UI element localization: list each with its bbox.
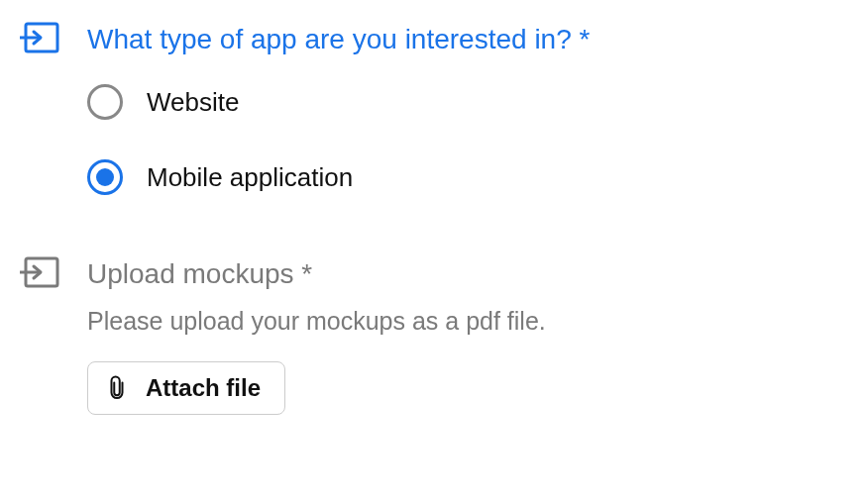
attach-file-label: Attach file	[146, 374, 261, 402]
question-title: What type of app are you interested in? …	[87, 20, 590, 58]
attach-file-button[interactable]: Attach file	[87, 361, 285, 415]
radio-option-website[interactable]: Website	[87, 84, 848, 120]
radio-label: Website	[147, 87, 239, 118]
indent-right-icon	[20, 22, 59, 53]
question-header: What type of app are you interested in? …	[20, 20, 848, 58]
radio-icon	[87, 84, 123, 120]
question-app-type: What type of app are you interested in? …	[20, 20, 848, 195]
radio-option-mobile-application[interactable]: Mobile application	[87, 159, 848, 195]
radio-icon	[87, 159, 123, 195]
indent-right-icon	[20, 256, 59, 288]
helper-text: Please upload your mockups as a pdf file…	[87, 307, 848, 336]
question-title: Upload mockups *	[87, 254, 312, 293]
radio-group-app-type: Website Mobile application	[87, 84, 848, 195]
question-upload-mockups: Upload mockups * Please upload your mock…	[20, 254, 848, 415]
paperclip-icon	[106, 374, 128, 402]
radio-inner-dot	[96, 168, 114, 186]
question-header: Upload mockups *	[20, 254, 848, 293]
radio-label: Mobile application	[147, 162, 353, 193]
